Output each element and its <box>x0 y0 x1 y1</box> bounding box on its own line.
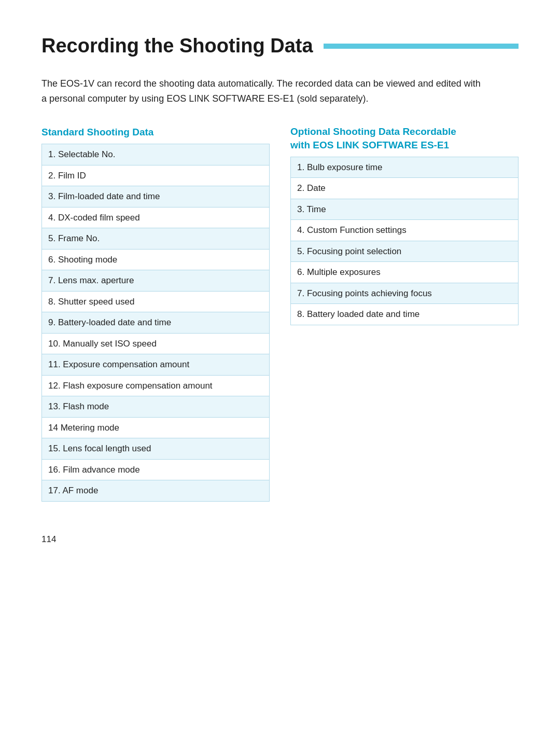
list-item: 6. Multiple exposures <box>291 262 519 283</box>
list-item: 1. Selectable No. <box>42 144 270 165</box>
left-column: Standard Shooting Data 1. Selectable No.… <box>41 125 270 502</box>
list-item: 3. Time <box>291 199 519 220</box>
list-item: 7. Lens max. aperture <box>42 270 270 292</box>
list-item: 9. Battery-loaded date and time <box>42 312 270 334</box>
list-item: 16. Film advance mode <box>42 459 270 480</box>
intro-text: The EOS-1V can record the shooting data … <box>41 76 487 106</box>
list-item: 7. Focusing points achieving focus <box>291 283 519 304</box>
list-item: 13. Flash mode <box>42 396 270 418</box>
page-title-container: Recording the Shooting Data <box>41 31 519 61</box>
list-item: 5. Focusing point selection <box>291 241 519 262</box>
list-item: 12. Flash exposure compensation amount <box>42 375 270 396</box>
list-item: 2. Film ID <box>42 165 270 186</box>
list-item: 6. Shooting mode <box>42 249 270 270</box>
list-item: 8. Shutter speed used <box>42 291 270 312</box>
list-item: 8. Battery loaded date and time <box>291 304 519 325</box>
list-item: 17. AF mode <box>42 480 270 502</box>
right-heading-line2: with EOS LINK SOFTWARE ES-E1 <box>290 140 449 150</box>
title-bar <box>324 44 519 49</box>
standard-shooting-data-table: 1. Selectable No.2. Film ID3. Film-loade… <box>41 144 270 502</box>
list-item: 11. Exposure compensation amount <box>42 354 270 376</box>
left-section-heading: Standard Shooting Data <box>41 125 270 140</box>
page-number: 114 <box>41 533 519 546</box>
list-item: 5. Frame No. <box>42 228 270 250</box>
optional-shooting-data-table: 1. Bulb exposure time2. Date3. Time4. Cu… <box>290 157 519 325</box>
list-item: 10. Manually set ISO speed <box>42 333 270 354</box>
right-section-heading: Optional Shooting Data Recordable with E… <box>290 125 519 153</box>
page-title: Recording the Shooting Data <box>41 31 313 61</box>
list-item: 4. Custom Function settings <box>291 220 519 241</box>
list-item: 4. DX-coded film speed <box>42 207 270 228</box>
right-heading-line1: Optional Shooting Data Recordable <box>290 126 456 137</box>
list-item: 1. Bulb exposure time <box>291 157 519 178</box>
right-column: Optional Shooting Data Recordable with E… <box>290 125 519 325</box>
list-item: 2. Date <box>291 178 519 199</box>
tables-container: Standard Shooting Data 1. Selectable No.… <box>41 125 519 502</box>
list-item: 3. Film-loaded date and time <box>42 186 270 208</box>
list-item: 14 Metering mode <box>42 417 270 438</box>
list-item: 15. Lens focal length used <box>42 438 270 460</box>
